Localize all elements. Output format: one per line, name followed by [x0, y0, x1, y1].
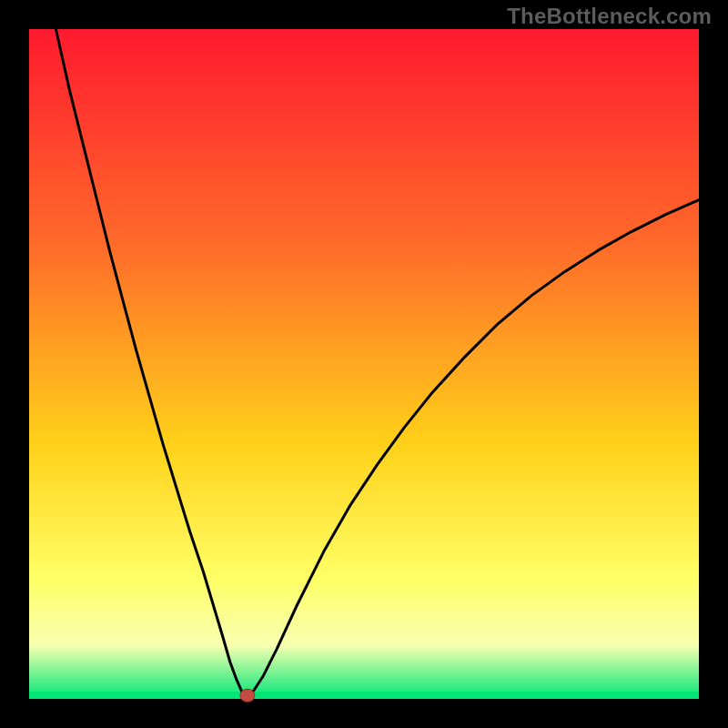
bottleneck-chart [0, 0, 728, 728]
green-baseline [29, 692, 699, 699]
optimum-marker [240, 689, 255, 702]
watermark-text: TheBottleneck.com [507, 4, 712, 29]
plot-background [29, 29, 699, 699]
chart-frame: TheBottleneck.com [0, 0, 728, 728]
